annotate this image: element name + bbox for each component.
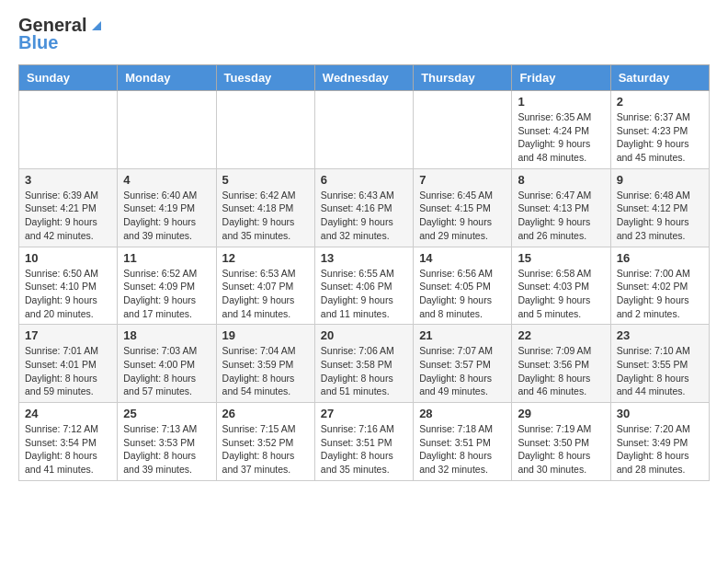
day-info: Sunrise: 7:03 AM Sunset: 4:00 PM Dayligh…: [123, 344, 210, 398]
day-number: 2: [617, 95, 703, 109]
calendar-cell: 22Sunrise: 7:09 AM Sunset: 3:56 PM Dayli…: [512, 325, 610, 403]
svg-marker-0: [92, 21, 101, 30]
page-container: General Blue SundayMondayTuesdayWednesda…: [0, 0, 728, 496]
day-info: Sunrise: 7:19 AM Sunset: 3:50 PM Dayligh…: [518, 422, 604, 477]
calendar-cell: 10Sunrise: 6:50 AM Sunset: 4:10 PM Dayli…: [19, 247, 118, 325]
calendar-cell: 3Sunrise: 6:39 AM Sunset: 4:21 PM Daylig…: [19, 168, 118, 247]
day-info: Sunrise: 7:01 AM Sunset: 4:01 PM Dayligh…: [25, 344, 111, 398]
day-number: 7: [419, 173, 506, 187]
day-number: 25: [123, 407, 210, 420]
day-info: Sunrise: 6:53 AM Sunset: 4:07 PM Dayligh…: [222, 267, 309, 321]
day-number: 15: [518, 251, 604, 265]
logo-triangle-icon: [88, 17, 105, 34]
day-info: Sunrise: 7:13 AM Sunset: 3:53 PM Dayligh…: [123, 422, 210, 477]
calendar-table: SundayMondayTuesdayWednesdayThursdayFrid…: [18, 64, 710, 481]
calendar-cell: [216, 91, 314, 169]
day-number: 9: [617, 173, 703, 187]
calendar-cell: 23Sunrise: 7:10 AM Sunset: 3:55 PM Dayli…: [610, 325, 709, 403]
calendar-cell: [414, 91, 512, 169]
calendar-cell: [118, 91, 216, 169]
day-info: Sunrise: 6:43 AM Sunset: 4:16 PM Dayligh…: [321, 189, 407, 243]
day-number: 24: [25, 407, 111, 420]
day-info: Sunrise: 6:48 AM Sunset: 4:12 PM Dayligh…: [617, 189, 703, 243]
calendar-cell: 2Sunrise: 6:37 AM Sunset: 4:23 PM Daylig…: [610, 91, 709, 169]
calendar-cell: [314, 91, 413, 169]
day-number: 22: [518, 328, 604, 342]
calendar-cell: 5Sunrise: 6:42 AM Sunset: 4:18 PM Daylig…: [216, 168, 314, 247]
day-number: 23: [617, 328, 703, 342]
day-info: Sunrise: 7:20 AM Sunset: 3:49 PM Dayligh…: [617, 422, 703, 477]
day-number: 14: [419, 251, 506, 265]
day-info: Sunrise: 6:47 AM Sunset: 4:13 PM Dayligh…: [518, 189, 604, 243]
day-info: Sunrise: 7:04 AM Sunset: 3:59 PM Dayligh…: [222, 344, 309, 398]
calendar-cell: 27Sunrise: 7:16 AM Sunset: 3:51 PM Dayli…: [314, 403, 413, 481]
day-info: Sunrise: 7:16 AM Sunset: 3:51 PM Dayligh…: [321, 422, 407, 477]
day-number: 12: [222, 251, 309, 265]
day-info: Sunrise: 7:07 AM Sunset: 3:57 PM Dayligh…: [419, 344, 506, 398]
day-info: Sunrise: 6:56 AM Sunset: 4:05 PM Dayligh…: [419, 267, 506, 321]
calendar-cell: 14Sunrise: 6:56 AM Sunset: 4:05 PM Dayli…: [414, 247, 512, 325]
calendar-cell: 4Sunrise: 6:40 AM Sunset: 4:19 PM Daylig…: [118, 168, 216, 247]
calendar-cell: 13Sunrise: 6:55 AM Sunset: 4:06 PM Dayli…: [314, 247, 413, 325]
logo: General Blue: [18, 15, 105, 53]
day-info: Sunrise: 6:58 AM Sunset: 4:03 PM Dayligh…: [518, 267, 604, 321]
col-header-friday: Friday: [512, 65, 610, 91]
day-number: 5: [222, 173, 309, 187]
day-info: Sunrise: 7:09 AM Sunset: 3:56 PM Dayligh…: [518, 344, 604, 398]
calendar-week-row: 17Sunrise: 7:01 AM Sunset: 4:01 PM Dayli…: [19, 325, 710, 403]
day-number: 19: [222, 328, 309, 342]
day-info: Sunrise: 7:10 AM Sunset: 3:55 PM Dayligh…: [617, 344, 703, 398]
day-info: Sunrise: 7:06 AM Sunset: 3:58 PM Dayligh…: [321, 344, 407, 398]
calendar-cell: 19Sunrise: 7:04 AM Sunset: 3:59 PM Dayli…: [216, 325, 314, 403]
calendar-cell: 8Sunrise: 6:47 AM Sunset: 4:13 PM Daylig…: [512, 168, 610, 247]
day-number: 3: [25, 173, 111, 187]
day-info: Sunrise: 6:42 AM Sunset: 4:18 PM Dayligh…: [222, 189, 309, 243]
calendar-week-row: 24Sunrise: 7:12 AM Sunset: 3:54 PM Dayli…: [19, 403, 710, 481]
calendar-cell: 25Sunrise: 7:13 AM Sunset: 3:53 PM Dayli…: [118, 403, 216, 481]
calendar-cell: 29Sunrise: 7:19 AM Sunset: 3:50 PM Dayli…: [512, 403, 610, 481]
calendar-cell: 7Sunrise: 6:45 AM Sunset: 4:15 PM Daylig…: [414, 168, 512, 247]
calendar-cell: 16Sunrise: 7:00 AM Sunset: 4:02 PM Dayli…: [610, 247, 709, 325]
calendar-cell: 28Sunrise: 7:18 AM Sunset: 3:51 PM Dayli…: [414, 403, 512, 481]
col-header-saturday: Saturday: [610, 65, 709, 91]
day-number: 26: [222, 407, 309, 420]
calendar-cell: 21Sunrise: 7:07 AM Sunset: 3:57 PM Dayli…: [414, 325, 512, 403]
day-number: 30: [617, 407, 703, 420]
logo-blue: Blue: [18, 32, 58, 53]
day-info: Sunrise: 6:45 AM Sunset: 4:15 PM Dayligh…: [419, 189, 506, 243]
day-number: 20: [321, 328, 407, 342]
calendar-cell: 6Sunrise: 6:43 AM Sunset: 4:16 PM Daylig…: [314, 168, 413, 247]
calendar-cell: 18Sunrise: 7:03 AM Sunset: 4:00 PM Dayli…: [118, 325, 216, 403]
col-header-wednesday: Wednesday: [314, 65, 413, 91]
calendar-week-row: 1Sunrise: 6:35 AM Sunset: 4:24 PM Daylig…: [19, 91, 710, 169]
day-number: 28: [419, 407, 506, 420]
day-number: 1: [518, 95, 604, 109]
calendar-week-row: 10Sunrise: 6:50 AM Sunset: 4:10 PM Dayli…: [19, 247, 710, 325]
day-info: Sunrise: 6:39 AM Sunset: 4:21 PM Dayligh…: [25, 189, 111, 243]
day-info: Sunrise: 6:35 AM Sunset: 4:24 PM Dayligh…: [518, 110, 604, 165]
day-number: 18: [123, 328, 210, 342]
calendar-cell: 1Sunrise: 6:35 AM Sunset: 4:24 PM Daylig…: [512, 91, 610, 169]
day-info: Sunrise: 6:50 AM Sunset: 4:10 PM Dayligh…: [25, 267, 111, 321]
day-number: 17: [25, 328, 111, 342]
col-header-sunday: Sunday: [19, 65, 118, 91]
calendar-cell: 30Sunrise: 7:20 AM Sunset: 3:49 PM Dayli…: [610, 403, 709, 481]
day-number: 16: [617, 251, 703, 265]
day-number: 29: [518, 407, 604, 420]
calendar-header-row: SundayMondayTuesdayWednesdayThursdayFrid…: [19, 65, 710, 91]
day-info: Sunrise: 7:12 AM Sunset: 3:54 PM Dayligh…: [25, 422, 111, 477]
col-header-thursday: Thursday: [414, 65, 512, 91]
day-number: 13: [321, 251, 407, 265]
calendar-week-row: 3Sunrise: 6:39 AM Sunset: 4:21 PM Daylig…: [19, 168, 710, 247]
col-header-tuesday: Tuesday: [216, 65, 314, 91]
day-number: 4: [123, 173, 210, 187]
calendar-cell: 12Sunrise: 6:53 AM Sunset: 4:07 PM Dayli…: [216, 247, 314, 325]
calendar-cell: 26Sunrise: 7:15 AM Sunset: 3:52 PM Dayli…: [216, 403, 314, 481]
day-info: Sunrise: 6:40 AM Sunset: 4:19 PM Dayligh…: [123, 189, 210, 243]
calendar-cell: 11Sunrise: 6:52 AM Sunset: 4:09 PM Dayli…: [118, 247, 216, 325]
day-info: Sunrise: 7:00 AM Sunset: 4:02 PM Dayligh…: [617, 267, 703, 321]
page-header: General Blue: [18, 15, 710, 53]
col-header-monday: Monday: [118, 65, 216, 91]
calendar-cell: 20Sunrise: 7:06 AM Sunset: 3:58 PM Dayli…: [314, 325, 413, 403]
day-number: 27: [321, 407, 407, 420]
